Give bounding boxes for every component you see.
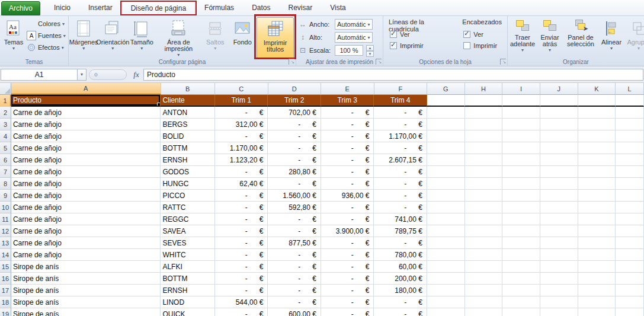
- cell-trim2[interactable]: - €: [268, 249, 321, 261]
- cell-empty[interactable]: [427, 261, 465, 273]
- colores-button[interactable]: Colores▾: [25, 18, 67, 30]
- cell-empty[interactable]: [616, 308, 644, 316]
- cell-empty[interactable]: [502, 249, 540, 261]
- cell-empty[interactable]: [427, 130, 465, 142]
- row-header-15[interactable]: 15: [0, 261, 11, 273]
- cell-trim3[interactable]: - €: [321, 107, 374, 119]
- cell-trim2[interactable]: - €: [268, 273, 321, 285]
- cell-producto[interactable]: Carne de añojo: [11, 213, 161, 225]
- saltos-button[interactable]: Saltos ▾: [202, 17, 228, 58]
- cell-empty[interactable]: [502, 178, 540, 190]
- cell-empty[interactable]: [427, 296, 465, 308]
- cell-trim1[interactable]: - €: [215, 308, 268, 316]
- column-header-c[interactable]: C: [215, 83, 268, 95]
- row-header-9[interactable]: 9: [0, 190, 11, 202]
- cell-producto[interactable]: Carne de añojo: [11, 119, 161, 130]
- cell-trim4[interactable]: 2.607,15 €: [374, 154, 427, 166]
- cell-producto[interactable]: Carne de añojo: [11, 142, 161, 154]
- header-cell[interactable]: Trim 4: [374, 95, 427, 107]
- cell-empty[interactable]: [540, 249, 578, 261]
- cell-empty[interactable]: [502, 154, 540, 166]
- header-cell[interactable]: Producto: [11, 95, 161, 107]
- cell-trim3[interactable]: - €: [321, 273, 374, 285]
- cell-trim4[interactable]: - €: [374, 202, 427, 213]
- header-cell-empty[interactable]: [540, 95, 578, 107]
- cell-trim2[interactable]: 592,80 €: [268, 202, 321, 213]
- cell-empty[interactable]: [502, 237, 540, 249]
- cell-empty[interactable]: [540, 154, 578, 166]
- lineas-imprimir-checkbox[interactable]: Imprimir: [389, 40, 455, 51]
- cell-trim3[interactable]: - €: [321, 130, 374, 142]
- row-header-17[interactable]: 17: [0, 285, 11, 296]
- cell-empty[interactable]: [540, 107, 578, 119]
- cell-empty[interactable]: [578, 142, 616, 154]
- cell-empty[interactable]: [540, 190, 578, 202]
- cell-empty[interactable]: [616, 107, 644, 119]
- column-header-l[interactable]: L: [616, 83, 644, 95]
- cell-trim4[interactable]: - €: [374, 107, 427, 119]
- cell-trim3[interactable]: - €: [321, 202, 374, 213]
- cell-empty[interactable]: [427, 166, 465, 178]
- cell-trim1[interactable]: - €: [215, 285, 268, 296]
- column-header-d[interactable]: D: [268, 83, 322, 95]
- cell-trim3[interactable]: - €: [321, 166, 374, 178]
- header-cell-empty[interactable]: [465, 95, 503, 107]
- row-header-1[interactable]: 1: [0, 95, 11, 107]
- cell-empty[interactable]: [465, 178, 503, 190]
- row-header-3[interactable]: 3: [0, 119, 11, 130]
- cell-empty[interactable]: [465, 225, 503, 237]
- cell-cliente[interactable]: BOLID: [161, 130, 214, 142]
- cell-trim3[interactable]: - €: [321, 296, 374, 308]
- cell-trim4[interactable]: - €: [374, 308, 427, 316]
- header-cell[interactable]: Trim 2: [268, 95, 321, 107]
- cell-cliente[interactable]: HUNGC: [161, 178, 214, 190]
- cell-trim3[interactable]: - €: [321, 308, 374, 316]
- row-header-8[interactable]: 8: [0, 178, 11, 190]
- cell-empty[interactable]: [502, 296, 540, 308]
- cell-cliente[interactable]: BOTTM: [161, 142, 214, 154]
- cell-trim3[interactable]: - €: [321, 237, 374, 249]
- cell-empty[interactable]: [427, 285, 465, 296]
- column-header-a[interactable]: A: [11, 83, 161, 95]
- name-box-dropdown-icon[interactable]: ▾: [78, 69, 86, 81]
- cell-empty[interactable]: [427, 213, 465, 225]
- cell-empty[interactable]: [502, 166, 540, 178]
- cell-cliente[interactable]: BERGS: [161, 119, 214, 130]
- cell-cliente[interactable]: REGGC: [161, 213, 214, 225]
- cell-cliente[interactable]: PICCO: [161, 190, 214, 202]
- formula-input[interactable]: Producto: [143, 69, 643, 81]
- tab-datos[interactable]: Datos: [243, 1, 279, 15]
- cell-empty[interactable]: [540, 296, 578, 308]
- header-cell-empty[interactable]: [616, 95, 644, 107]
- cell-trim2[interactable]: 877,50 €: [268, 237, 321, 249]
- fill-handle[interactable]: [157, 103, 161, 106]
- escala-input[interactable]: 100 %: [335, 45, 363, 56]
- cell-empty[interactable]: [540, 166, 578, 178]
- cell-empty[interactable]: [502, 202, 540, 213]
- cell-empty[interactable]: [465, 296, 503, 308]
- cell-cliente[interactable]: ALFKI: [161, 261, 214, 273]
- agrupar-button[interactable]: Agrupar ▾: [626, 17, 644, 58]
- column-header-k[interactable]: K: [578, 83, 616, 95]
- encabezados-ver-checkbox[interactable]: Ver: [462, 28, 502, 40]
- row-header-5[interactable]: 5: [0, 142, 11, 154]
- cell-empty[interactable]: [578, 237, 616, 249]
- cell-trim1[interactable]: - €: [215, 190, 268, 202]
- cell-trim2[interactable]: - €: [268, 119, 321, 130]
- alto-combobox[interactable]: Automático▾: [335, 32, 373, 43]
- cell-empty[interactable]: [465, 237, 503, 249]
- cell-cliente[interactable]: WHITC: [161, 249, 214, 261]
- cell-trim4[interactable]: 789,75 €: [374, 225, 427, 237]
- cell-trim1[interactable]: - €: [215, 166, 268, 178]
- cell-empty[interactable]: [465, 202, 503, 213]
- cell-producto[interactable]: Sirope de anís: [11, 273, 161, 285]
- row-header-13[interactable]: 13: [0, 237, 11, 249]
- cell-empty[interactable]: [502, 213, 540, 225]
- cell-trim4[interactable]: - €: [374, 190, 427, 202]
- cell-trim2[interactable]: - €: [268, 285, 321, 296]
- name-box[interactable]: A1: [1, 69, 78, 81]
- ancho-combobox[interactable]: Automático▾: [335, 19, 373, 30]
- cell-empty[interactable]: [502, 119, 540, 130]
- cell-trim2[interactable]: 702,00 €: [268, 107, 321, 119]
- header-cell[interactable]: Trim 1: [215, 95, 268, 107]
